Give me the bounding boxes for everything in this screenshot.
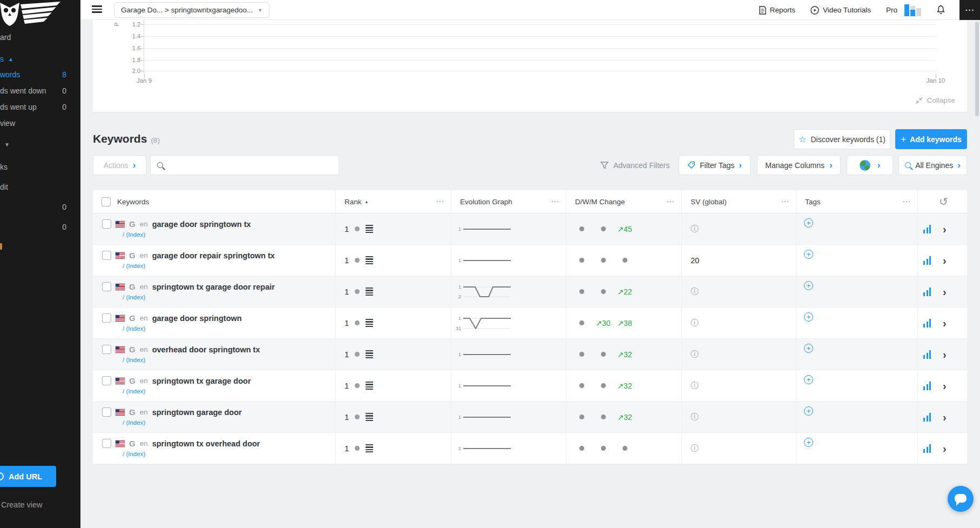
chevron-right-icon[interactable]: › [943, 255, 947, 266]
collapse-chart-button[interactable]: Collapse [915, 96, 955, 104]
add-tag-button[interactable]: + [804, 312, 813, 322]
sidebar-item-rankings[interactable]: s▲ [0, 55, 80, 64]
bar-chart-icon[interactable] [923, 225, 931, 233]
info-icon[interactable]: ⓘ [691, 286, 699, 297]
bell-icon[interactable] [936, 5, 945, 15]
chevron-right-icon[interactable]: › [943, 318, 947, 329]
keyword-text[interactable]: springtown tx garage door repair [152, 283, 275, 291]
sidebar-item-audit[interactable]: dit [0, 183, 80, 192]
add-keywords-button[interactable]: + Add keywords [895, 129, 967, 149]
chevron-right-icon[interactable]: › [943, 443, 947, 454]
video-tutorials-link[interactable]: Video Tutorials [810, 6, 871, 15]
search-input[interactable] [168, 156, 339, 175]
row-checkbox[interactable] [102, 219, 111, 229]
serp-list-icon[interactable] [366, 350, 373, 359]
keyword-url-link[interactable]: / (Index) [123, 357, 335, 363]
hamburger-menu-icon[interactable] [92, 5, 102, 14]
bar-chart-icon[interactable] [923, 256, 931, 265]
info-icon[interactable]: ⓘ [691, 412, 699, 422]
row-checkbox[interactable] [102, 282, 111, 291]
info-icon[interactable]: ⓘ [691, 349, 699, 359]
scrollbar-thumb[interactable] [975, 22, 979, 116]
serp-list-icon[interactable] [366, 413, 373, 422]
header-history[interactable]: ↺ [918, 190, 967, 213]
sidebar-item-backlinks[interactable]: ks [0, 163, 80, 172]
keyword-url-link[interactable]: / (Index) [123, 263, 335, 269]
column-menu-icon[interactable]: ⋯ [551, 197, 559, 206]
advanced-filters-button[interactable]: Advanced Filters [600, 155, 670, 175]
keyword-url-link[interactable]: / (Index) [123, 451, 335, 457]
manage-columns-button[interactable]: Manage Columns› [757, 155, 841, 175]
discover-keywords-button[interactable]: ☆ Discover keywords (1) [794, 129, 890, 149]
create-view-link[interactable]: Create view [1, 500, 43, 509]
header-rank[interactable]: Rank ▴ ⋯ [336, 190, 451, 213]
bar-chart-icon[interactable] [923, 288, 931, 296]
serp-list-icon[interactable] [366, 256, 373, 265]
add-tag-button[interactable]: + [804, 218, 813, 228]
add-tag-button[interactable]: + [804, 250, 813, 259]
serp-list-icon[interactable] [366, 225, 373, 233]
chevron-right-icon[interactable]: › [943, 380, 947, 391]
keyword-url-link[interactable]: / (Index) [123, 325, 335, 332]
add-tag-button[interactable]: + [804, 438, 813, 447]
header-sv-global[interactable]: SV (global) ⋯ [682, 190, 796, 213]
sidebar-item-count-2[interactable]: 0 [0, 223, 80, 232]
row-checkbox[interactable] [102, 345, 111, 354]
row-checkbox[interactable] [102, 376, 111, 385]
chevron-right-icon[interactable]: › [943, 224, 947, 235]
search-engine-location-button[interactable]: › [847, 155, 893, 175]
column-menu-icon[interactable]: ⋯ [666, 197, 675, 206]
serp-list-icon[interactable] [366, 319, 373, 328]
bar-chart-icon[interactable] [923, 350, 931, 359]
sidebar-item-keywords-went-down[interactable]: ds went down0 [0, 86, 80, 96]
add-tag-button[interactable]: + [804, 406, 813, 416]
keyword-text[interactable]: springtown tx garage door [152, 377, 251, 385]
info-icon[interactable]: ⓘ [691, 443, 699, 453]
keyword-text[interactable]: garage door springtown [152, 314, 242, 323]
all-engines-button[interactable]: All Engines› [898, 155, 967, 175]
keyword-url-link[interactable]: / (Index) [123, 231, 335, 238]
history-icon[interactable]: ↺ [939, 195, 948, 208]
chat-widget-button[interactable] [948, 486, 974, 512]
sidebar-section-collapse[interactable]: ▼ [0, 142, 80, 151]
more-options-button[interactable]: ⋯ [959, 0, 980, 20]
bar-chart-icon[interactable] [923, 413, 931, 422]
chevron-right-icon[interactable]: › [943, 349, 947, 360]
sidebar-item-count-1[interactable]: 0 [0, 203, 80, 212]
info-icon[interactable]: ⓘ [691, 380, 699, 391]
add-tag-button[interactable]: + [804, 281, 813, 290]
header-keywords[interactable]: Keywords [93, 190, 336, 213]
bar-chart-icon[interactable] [923, 444, 931, 453]
serp-list-icon[interactable] [366, 288, 373, 296]
column-menu-icon[interactable]: ⋯ [781, 197, 789, 206]
keyword-text[interactable]: garage door springtown tx [152, 220, 251, 229]
info-icon[interactable]: ⓘ [691, 224, 699, 234]
serp-list-icon[interactable] [366, 444, 373, 453]
header-tags[interactable]: Tags ⋯ [796, 190, 918, 213]
row-checkbox[interactable] [102, 251, 111, 260]
keyword-url-link[interactable]: / (Index) [123, 294, 335, 300]
select-all-checkbox[interactable] [102, 197, 111, 206]
row-checkbox[interactable] [102, 313, 111, 323]
keyword-url-link[interactable]: / (Index) [123, 419, 335, 426]
column-menu-icon[interactable]: ⋯ [436, 197, 444, 206]
chevron-right-icon[interactable]: › [943, 286, 947, 297]
keyword-text[interactable]: garage door repair springtown tx [152, 251, 275, 260]
sidebar-item-dashboard[interactable]: ard [0, 33, 80, 43]
keyword-text[interactable]: springtown tx overhead door [152, 439, 260, 448]
keyword-url-link[interactable]: / (Index) [123, 388, 335, 395]
add-tag-button[interactable]: + [804, 375, 813, 384]
column-menu-icon[interactable]: ⋯ [902, 197, 911, 206]
bar-chart-icon[interactable] [923, 319, 931, 328]
keyword-text[interactable]: springtown garage door [152, 408, 242, 417]
sidebar-item-keywords-went-up[interactable]: ds went up0 [0, 103, 80, 112]
plan-usage[interactable]: Pro [886, 4, 921, 16]
add-url-button[interactable]: Add URL [0, 466, 56, 487]
row-checkbox[interactable] [102, 439, 111, 448]
add-tag-button[interactable]: + [804, 344, 813, 353]
actions-dropdown[interactable]: Actions› [93, 155, 146, 175]
sidebar-item-new-view[interactable]: view [0, 119, 80, 129]
chevron-right-icon[interactable]: › [943, 412, 947, 423]
serp-list-icon[interactable] [366, 382, 373, 390]
sidebar-item-all-keywords[interactable]: words8 [0, 70, 80, 80]
